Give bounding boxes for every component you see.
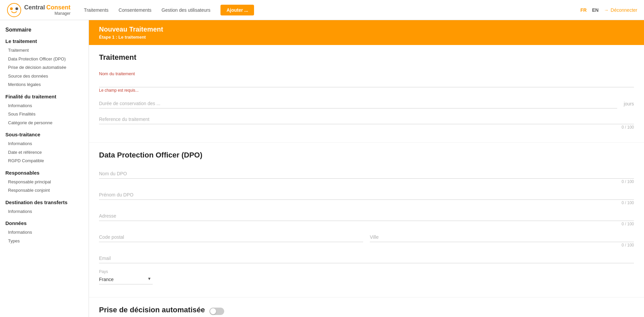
banner-subtitle: Étape 1 : Le traitement [99,35,634,40]
ville-input[interactable] [370,232,634,242]
adresse-counter: 0 / 100 [99,222,634,226]
sidebar-item-categorie-personne[interactable]: Catégorie de personne [5,119,83,127]
nom-traitement-label: Nom du traitement [99,71,634,76]
sidebar-item-mentions-legales[interactable]: Mentions légales [5,80,83,89]
traitement-heading: Traitement [99,53,634,64]
nav-traitements[interactable]: Traitements [84,7,108,13]
duree-input[interactable] [99,99,617,108]
sidebar-item-traitement[interactable]: Traitement [5,46,83,55]
cp-ville-group: 0 / 100 [99,232,634,247]
sidebar-item-finalite-informations[interactable]: Informations [5,101,83,110]
duree-row: jours [99,99,634,108]
banner-title: Nouveau Traitement [99,26,634,33]
nom-traitement-error: Le champ est requis... [99,88,634,93]
sidebar-title: Sommaire [5,27,83,33]
duree-unit: jours [624,101,634,108]
adresse-group: 0 / 100 [99,211,634,226]
main-wrapper: Sommaire Le traitement Traitement Data P… [0,20,644,317]
pays-select-wrapper: France Belgique Suisse Luxembourg Allema… [99,275,153,284]
reference-counter: 0 / 100 [99,125,634,130]
sidebar-section-finalite: Finalité du traitement [5,94,83,99]
nom-dpo-input[interactable] [99,169,634,179]
nav-consentements[interactable]: Consentements [118,7,151,13]
nom-traitement-group: Nom du traitement Le champ est requis... [99,71,634,93]
ajouter-button[interactable]: Ajouter ... [220,5,254,15]
email-input[interactable] [99,254,634,263]
banner: Nouveau Traitement Étape 1 : Le traiteme… [89,20,644,45]
cp-ville-counter: 0 / 100 [99,243,634,247]
sidebar-section-le-traitement: Le traitement [5,38,83,44]
prise-decision-section: Prise de décision automatisée [89,298,644,317]
sidebar-item-date-reference[interactable]: Date et référence [5,148,83,157]
sidebar-item-sous-finalites[interactable]: Sous Finalités [5,110,83,119]
pays-group: Pays France Belgique Suisse Luxembourg A… [99,269,634,284]
traitement-section: Traitement Nom du traitement Le champ es… [89,45,644,142]
sidebar-item-donnees-informations[interactable]: Informations [5,228,83,237]
pays-select[interactable]: France Belgique Suisse Luxembourg Allema… [99,275,153,284]
duree-group: jours [99,99,634,108]
header: Central Consent Manager Traitements Cons… [0,0,644,20]
dpo-section: Data Protection Officer (DPO) 0 / 100 0 … [89,143,644,297]
sidebar-item-responsable-principal[interactable]: Responsable principal [5,178,83,186]
nom-dpo-counter: 0 / 100 [99,179,634,184]
logout-button[interactable]: → Déconnecter [604,7,637,13]
dpo-heading: Data Protection Officer (DPO) [99,151,634,162]
header-right: FR EN → Déconnecter [580,7,637,13]
pays-label: Pays [99,269,634,274]
reference-group: 0 / 100 [99,115,634,130]
sidebar-section-responsables: Responsables [5,170,83,176]
sidebar-item-dpo[interactable]: Data Protection Officer (DPO) [5,55,83,63]
nav-gestion-utilisateurs[interactable]: Gestion des utilisateurs [161,7,210,13]
email-group [99,254,634,263]
logo-icon [7,3,21,17]
main-nav: Traitements Consentements Gestion des ut… [84,5,581,15]
prenom-dpo-group: 0 / 100 [99,190,634,205]
sidebar-item-responsable-conjoint[interactable]: Responsable conjoint [5,186,83,195]
sidebar-section-destination: Destination des transferts [5,199,83,205]
logout-icon: → [604,7,609,13]
prenom-dpo-input[interactable] [99,190,634,200]
sidebar-section-donnees: Données [5,220,83,226]
sidebar-item-donnees-types[interactable]: Types [5,237,83,245]
prise-decision-heading: Prise de décision automatisée [99,306,205,317]
sidebar-item-sous-traitance-informations[interactable]: Informations [5,139,83,148]
reference-input[interactable] [99,115,634,124]
nom-traitement-input[interactable] [99,78,634,87]
sidebar-item-source-donnees[interactable]: Source des données [5,72,83,81]
main-content: Nouveau Traitement Étape 1 : Le traiteme… [89,20,644,317]
sidebar-item-destination-informations[interactable]: Informations [5,207,83,216]
svg-point-2 [15,7,18,10]
prise-decision-toggle[interactable] [209,308,224,315]
prise-decision-row: Prise de décision automatisée [99,306,634,317]
sidebar: Sommaire Le traitement Traitement Data P… [0,20,89,317]
cp-ville-row [99,232,634,242]
lang-fr[interactable]: FR [580,7,587,13]
sidebar-section-sous-traitance: Sous-traitance [5,132,83,137]
adresse-input[interactable] [99,211,634,221]
svg-point-1 [10,7,13,10]
logo: Central Consent Manager [7,3,70,17]
svg-point-0 [7,3,21,17]
code-postal-input[interactable] [99,232,363,242]
sidebar-item-prise-decision[interactable]: Prise de décision automatisée [5,63,83,72]
lang-en[interactable]: EN [592,7,598,13]
logo-text: Central Consent Manager [24,4,70,16]
prenom-dpo-counter: 0 / 100 [99,200,634,205]
sidebar-item-rgpd-compatible[interactable]: RGPD Compatible [5,156,83,165]
nom-dpo-group: 0 / 100 [99,169,634,184]
